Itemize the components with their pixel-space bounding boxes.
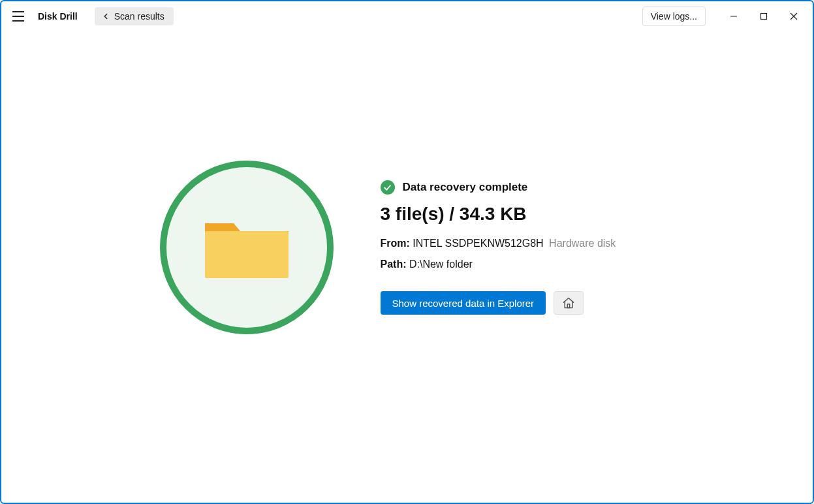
from-label: From: — [381, 238, 410, 249]
status-text: Data recovery complete — [403, 181, 528, 194]
path-label: Path: — [381, 259, 407, 270]
window-controls — [719, 6, 809, 27]
minimize-icon — [730, 12, 738, 20]
path-value: D:\New folder — [409, 259, 473, 270]
svg-rect-1 — [761, 14, 767, 20]
folder-icon — [201, 212, 292, 283]
show-in-explorer-button[interactable]: Show recovered data in Explorer — [381, 291, 546, 315]
maximize-button[interactable] — [749, 6, 779, 27]
minimize-button[interactable] — [719, 6, 749, 27]
summary-text: 3 file(s) / 34.3 KB — [381, 204, 655, 225]
home-icon — [562, 296, 575, 309]
status-line: Data recovery complete — [381, 180, 655, 195]
home-button[interactable] — [554, 291, 584, 315]
from-type: Hardware disk — [549, 238, 616, 249]
from-line: From: INTEL SSDPEKNW512G8H Hardware disk — [381, 238, 655, 249]
back-button[interactable]: Scan results — [95, 7, 174, 25]
from-value: INTEL SSDPEKNW512G8H — [413, 238, 543, 249]
result-info: Data recovery complete 3 file(s) / 34.3 … — [381, 180, 655, 315]
check-icon — [381, 180, 395, 195]
back-button-label: Scan results — [114, 11, 164, 22]
hamburger-icon[interactable] — [10, 8, 26, 24]
main-content: Data recovery complete 3 file(s) / 34.3 … — [1, 31, 813, 503]
close-icon — [790, 12, 798, 20]
actions-row: Show recovered data in Explorer — [381, 291, 655, 315]
svg-rect-4 — [205, 231, 289, 278]
result-illustration — [160, 161, 334, 334]
close-button[interactable] — [779, 6, 809, 27]
app-title: Disk Drill — [38, 11, 78, 22]
path-line: Path: D:\New folder — [381, 259, 655, 270]
chevron-left-icon — [101, 12, 110, 21]
titlebar: Disk Drill Scan results View logs... — [1, 1, 813, 31]
svg-rect-5 — [567, 304, 569, 308]
view-logs-button[interactable]: View logs... — [642, 7, 706, 26]
maximize-icon — [760, 12, 768, 20]
